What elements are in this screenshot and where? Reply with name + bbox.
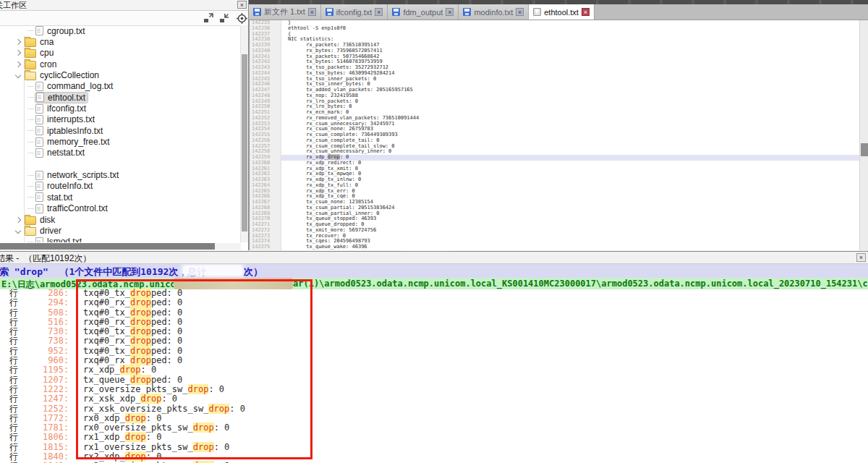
workspace-toolbar: [0, 11, 248, 26]
tree-horizontal-scrollbar[interactable]: [0, 243, 241, 250]
chevron-icon[interactable]: [15, 216, 21, 222]
result-line-number: 1207: [20, 375, 64, 385]
result-colon: :: [64, 414, 69, 423]
editor-line[interactable]: 142236ethtool -S enp1s0f0: [250, 26, 859, 32]
editor-vertical-scrollbar[interactable]: [859, 20, 868, 250]
locate-file-icon[interactable]: [237, 13, 247, 24]
tree-item-label: trafficControl.txt: [47, 203, 108, 213]
result-line-number: 516: [20, 318, 64, 327]
tree-item[interactable]: disk: [0, 214, 240, 225]
editor-tab[interactable]: fdm_output×: [388, 4, 459, 20]
tree-item[interactable]: cgroup.txt: [0, 25, 240, 36]
tree-item[interactable]: trafficControl.txt: [0, 203, 240, 214]
tree-item[interactable]: cna: [0, 36, 240, 47]
line-text: ethtool -S enp1s0f0: [281, 26, 346, 32]
scrollbar-thumb[interactable]: [0, 243, 215, 250]
search-summary-row[interactable]: 搜索 "drop" （1个文件中匹配到10192次，总计 次）: [0, 264, 868, 278]
tree-item[interactable]: interrupts.txt: [0, 114, 240, 125]
file-path-suffix: ar(1)\armod0523.odata.ncmp.unicom.local_…: [293, 279, 868, 289]
tree-item[interactable]: network_scripts.txt: [0, 169, 240, 180]
editor-tab[interactable]: ethtool.txt×: [529, 4, 595, 20]
tree-item-body: ifconfig.txt: [35, 103, 86, 114]
scrollbar-thumb[interactable]: [861, 143, 868, 156]
editor-tab[interactable]: modinfo.txt×: [459, 4, 529, 20]
tree-item-body: stat.txt: [35, 192, 72, 203]
result-colon: :: [64, 404, 69, 414]
folder-icon: [25, 38, 36, 47]
tree-item[interactable]: cpu: [0, 48, 240, 59]
folder-icon: [25, 72, 36, 80]
scrollbar-thumb[interactable]: [242, 54, 247, 232]
tree-item[interactable]: ethtool.txt: [0, 92, 240, 103]
result-row-label: 行: [9, 318, 18, 327]
result-row-label: 行: [9, 414, 18, 423]
tree-item[interactable]: ifconfig.txt: [0, 103, 240, 114]
results-title: 结果 - （匹配10192次）: [0, 252, 91, 264]
tree-item[interactable]: cron: [0, 59, 240, 69]
tab-close-icon[interactable]: ×: [308, 8, 316, 16]
tree-guide-dash: [27, 97, 34, 98]
chevron-icon[interactable]: [15, 72, 21, 78]
tree-item[interactable]: stat.txt: [0, 192, 240, 203]
editor-tab[interactable]: 新文件 1.txt×: [249, 4, 321, 20]
chevron-icon[interactable]: [15, 61, 21, 67]
editor-line[interactable]: 142275 tx_queue_wake: 46396: [250, 245, 859, 250]
result-line-number: 960: [20, 356, 64, 365]
tab-label: 新文件 1.txt: [264, 7, 305, 17]
tree-item[interactable]: driver: [0, 225, 240, 236]
file-icon: [35, 126, 43, 135]
tree-item-redacted: [0, 158, 240, 169]
tree-item-label: interrupts.txt: [47, 114, 95, 124]
tree-item[interactable]: iptablesInfo.txt: [0, 125, 240, 136]
tree-item[interactable]: memory_free.txt: [0, 136, 240, 147]
tree-guide-dash: [27, 109, 34, 109]
annotation-red-box: [76, 279, 312, 459]
file-icon: [35, 82, 43, 91]
chevron-icon[interactable]: [15, 39, 21, 45]
tree-item[interactable]: lsmod.txt: [0, 237, 240, 242]
tree-item-label: memory_free.txt: [47, 137, 110, 147]
file-icon: [35, 182, 43, 191]
chevron-icon[interactable]: [15, 50, 21, 56]
tree-item-label: disk: [40, 215, 55, 225]
folder-icon: [25, 216, 36, 225]
tree-item-label: iptablesInfo.txt: [47, 126, 103, 136]
tab-close-icon[interactable]: ×: [375, 8, 383, 16]
folder-icon: [25, 227, 36, 236]
tree-item-label: ethtool.txt: [48, 93, 85, 103]
collapse-all-icon[interactable]: [219, 13, 230, 24]
tree-item-body: cgroup.txt: [35, 26, 85, 36]
chevron-icon[interactable]: [15, 228, 21, 234]
result-row-label: 行: [9, 443, 18, 452]
result-line-number: 1806: [20, 433, 64, 442]
file-icon: [35, 26, 43, 35]
file-icon: [35, 204, 43, 213]
tree-item[interactable]: cyclicCollection: [0, 69, 240, 80]
tree-item-body: network_scripts.txt: [35, 170, 119, 180]
code-editor[interactable]: 142235}142236ethtool -S enp1s0f0142237{1…: [249, 20, 859, 250]
expand-all-icon[interactable]: [203, 13, 214, 24]
file-tree: cgroup.txtcnacpucroncyclicCollectioncomm…: [0, 25, 240, 242]
tab-close-icon[interactable]: ×: [516, 8, 524, 16]
result-line-number: 1222: [20, 385, 64, 394]
tree-item[interactable]: netstat.txt: [0, 148, 240, 158]
file-icon: [35, 115, 43, 124]
search-summary-suffix: 次）: [244, 266, 263, 278]
workspace-title: 关工作区: [0, 0, 27, 10]
save-icon: [326, 8, 333, 16]
result-colon: :: [64, 289, 69, 298]
tree-item[interactable]: routeInfo.txt: [0, 181, 240, 192]
tab-close-icon[interactable]: ×: [582, 8, 590, 16]
tree-item[interactable]: command_log.txt: [0, 81, 240, 92]
tab-close-icon[interactable]: ×: [446, 8, 454, 16]
editor-line[interactable]: 142237{: [250, 32, 859, 38]
tree-item-body: lsmod.txt: [35, 237, 82, 242]
result-line-number: 286: [20, 289, 64, 298]
save-icon: [392, 8, 400, 16]
close-icon[interactable]: ×: [237, 1, 247, 9]
tree-vertical-scrollbar[interactable]: [240, 25, 248, 242]
result-row-label: 行: [9, 336, 18, 346]
close-icon[interactable]: ×: [856, 253, 866, 262]
editor-tab[interactable]: ifconfig.txt×: [321, 4, 388, 20]
result-row-label: 行: [9, 308, 18, 318]
